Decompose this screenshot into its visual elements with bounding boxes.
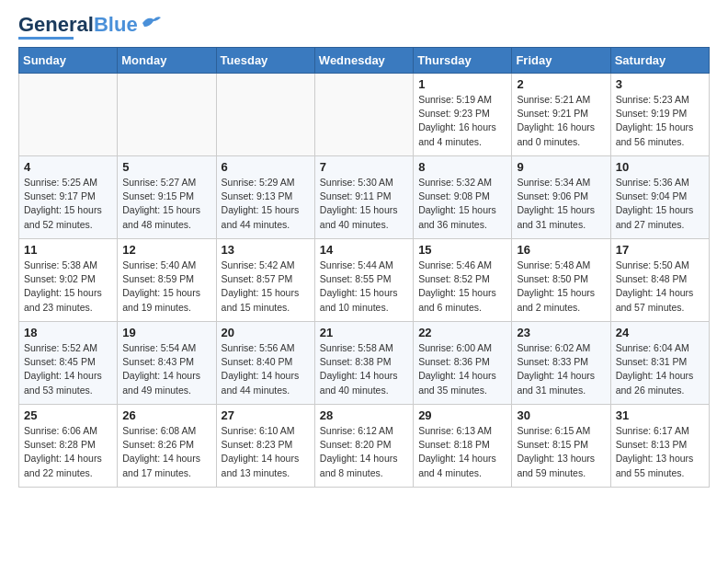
calendar-cell: [118, 74, 216, 156]
day-number: 16: [517, 243, 605, 257]
day-info: Sunrise: 6:17 AM Sunset: 8:13 PM Dayligh…: [616, 424, 704, 480]
day-info: Sunrise: 5:50 AM Sunset: 8:48 PM Dayligh…: [616, 259, 704, 315]
calendar-cell: 12Sunrise: 5:40 AM Sunset: 8:59 PM Dayli…: [118, 239, 216, 322]
weekday-header-monday: Monday: [118, 48, 216, 74]
calendar-cell: 25Sunrise: 6:06 AM Sunset: 8:28 PM Dayli…: [19, 405, 118, 488]
day-number: 19: [122, 326, 210, 339]
calendar-cell: 27Sunrise: 6:10 AM Sunset: 8:23 PM Dayli…: [216, 405, 314, 488]
day-info: Sunrise: 5:27 AM Sunset: 9:15 PM Dayligh…: [122, 176, 210, 232]
day-number: 4: [24, 160, 112, 174]
day-number: 30: [517, 408, 605, 422]
calendar-cell: 14Sunrise: 5:44 AM Sunset: 8:55 PM Dayli…: [314, 239, 413, 322]
calendar-cell: 19Sunrise: 5:54 AM Sunset: 8:43 PM Dayli…: [118, 322, 216, 405]
weekday-header-friday: Friday: [512, 48, 610, 74]
day-info: Sunrise: 6:06 AM Sunset: 8:28 PM Dayligh…: [24, 424, 112, 480]
calendar-cell: [216, 74, 314, 156]
day-info: Sunrise: 5:32 AM Sunset: 9:08 PM Dayligh…: [418, 176, 506, 232]
week-row-5: 25Sunrise: 6:06 AM Sunset: 8:28 PM Dayli…: [19, 405, 710, 488]
week-row-4: 18Sunrise: 5:52 AM Sunset: 8:45 PM Dayli…: [19, 322, 710, 405]
calendar-cell: 20Sunrise: 5:56 AM Sunset: 8:40 PM Dayli…: [216, 322, 314, 405]
day-number: 10: [616, 160, 704, 174]
calendar-cell: 17Sunrise: 5:50 AM Sunset: 8:48 PM Dayli…: [610, 239, 709, 322]
calendar-cell: 6Sunrise: 5:29 AM Sunset: 9:13 PM Daylig…: [216, 156, 314, 239]
day-number: 11: [24, 243, 112, 257]
day-info: Sunrise: 5:46 AM Sunset: 8:52 PM Dayligh…: [418, 259, 506, 315]
day-number: 3: [616, 77, 704, 91]
calendar-cell: 9Sunrise: 5:34 AM Sunset: 9:06 PM Daylig…: [512, 156, 610, 239]
day-info: Sunrise: 5:29 AM Sunset: 9:13 PM Dayligh…: [222, 176, 310, 232]
day-info: Sunrise: 5:19 AM Sunset: 9:23 PM Dayligh…: [418, 93, 506, 149]
day-number: 6: [222, 160, 310, 174]
day-info: Sunrise: 5:23 AM Sunset: 9:19 PM Dayligh…: [616, 93, 704, 149]
day-info: Sunrise: 5:36 AM Sunset: 9:04 PM Dayligh…: [616, 176, 704, 232]
day-info: Sunrise: 6:12 AM Sunset: 8:20 PM Dayligh…: [320, 424, 408, 480]
day-number: 13: [222, 243, 310, 257]
calendar-cell: 2Sunrise: 5:21 AM Sunset: 9:21 PM Daylig…: [512, 74, 610, 156]
week-row-2: 4Sunrise: 5:25 AM Sunset: 9:17 PM Daylig…: [19, 156, 710, 239]
weekday-header-saturday: Saturday: [610, 48, 709, 74]
day-info: Sunrise: 5:30 AM Sunset: 9:11 PM Dayligh…: [320, 176, 408, 232]
day-number: 20: [222, 326, 310, 339]
day-number: 1: [418, 77, 506, 91]
weekday-header-thursday: Thursday: [414, 48, 512, 74]
day-info: Sunrise: 6:00 AM Sunset: 8:36 PM Dayligh…: [418, 341, 506, 397]
day-info: Sunrise: 5:56 AM Sunset: 8:40 PM Dayligh…: [222, 341, 310, 397]
calendar-cell: 3Sunrise: 5:23 AM Sunset: 9:19 PM Daylig…: [610, 74, 709, 156]
day-info: Sunrise: 5:54 AM Sunset: 8:43 PM Dayligh…: [122, 341, 210, 397]
day-number: 31: [616, 408, 704, 422]
day-number: 8: [418, 160, 506, 174]
calendar-cell: 7Sunrise: 5:30 AM Sunset: 9:11 PM Daylig…: [314, 156, 413, 239]
day-number: 18: [24, 326, 112, 339]
calendar-cell: 29Sunrise: 6:13 AM Sunset: 8:18 PM Dayli…: [414, 405, 512, 488]
calendar-table: SundayMondayTuesdayWednesdayThursdayFrid…: [18, 47, 710, 488]
calendar-cell: 22Sunrise: 6:00 AM Sunset: 8:36 PM Dayli…: [414, 322, 512, 405]
day-info: Sunrise: 6:04 AM Sunset: 8:31 PM Dayligh…: [616, 341, 704, 397]
logo-text: GeneralBlue: [18, 15, 138, 35]
day-number: 27: [222, 408, 310, 422]
calendar-cell: 31Sunrise: 6:17 AM Sunset: 8:13 PM Dayli…: [610, 405, 709, 488]
day-info: Sunrise: 6:10 AM Sunset: 8:23 PM Dayligh…: [222, 424, 310, 480]
calendar-cell: 5Sunrise: 5:27 AM Sunset: 9:15 PM Daylig…: [118, 156, 216, 239]
logo-underline: [18, 37, 74, 40]
day-number: 7: [320, 160, 408, 174]
calendar-cell: 10Sunrise: 5:36 AM Sunset: 9:04 PM Dayli…: [610, 156, 709, 239]
day-info: Sunrise: 6:08 AM Sunset: 8:26 PM Dayligh…: [122, 424, 210, 480]
day-number: 15: [418, 243, 506, 257]
calendar-cell: 30Sunrise: 6:15 AM Sunset: 8:15 PM Dayli…: [512, 405, 610, 488]
day-number: 25: [24, 408, 112, 422]
weekday-header-wednesday: Wednesday: [314, 48, 413, 74]
day-info: Sunrise: 6:02 AM Sunset: 8:33 PM Dayligh…: [517, 341, 605, 397]
day-info: Sunrise: 5:38 AM Sunset: 9:02 PM Dayligh…: [24, 259, 112, 315]
calendar-cell: 8Sunrise: 5:32 AM Sunset: 9:08 PM Daylig…: [414, 156, 512, 239]
calendar-cell: 26Sunrise: 6:08 AM Sunset: 8:26 PM Dayli…: [118, 405, 216, 488]
logo: GeneralBlue: [18, 15, 161, 40]
calendar-cell: 1Sunrise: 5:19 AM Sunset: 9:23 PM Daylig…: [414, 74, 512, 156]
calendar-cell: 21Sunrise: 5:58 AM Sunset: 8:38 PM Dayli…: [314, 322, 413, 405]
day-info: Sunrise: 5:40 AM Sunset: 8:59 PM Dayligh…: [122, 259, 210, 315]
logo-bird-icon: [141, 14, 161, 30]
day-info: Sunrise: 5:58 AM Sunset: 8:38 PM Dayligh…: [320, 341, 408, 397]
day-info: Sunrise: 5:44 AM Sunset: 8:55 PM Dayligh…: [320, 259, 408, 315]
day-number: 29: [418, 408, 506, 422]
calendar-cell: 28Sunrise: 6:12 AM Sunset: 8:20 PM Dayli…: [314, 405, 413, 488]
calendar-cell: 15Sunrise: 5:46 AM Sunset: 8:52 PM Dayli…: [414, 239, 512, 322]
day-info: Sunrise: 6:15 AM Sunset: 8:15 PM Dayligh…: [517, 424, 605, 480]
weekday-header-sunday: Sunday: [19, 48, 118, 74]
calendar-cell: 18Sunrise: 5:52 AM Sunset: 8:45 PM Dayli…: [19, 322, 118, 405]
day-number: 14: [320, 243, 408, 257]
weekday-header-row: SundayMondayTuesdayWednesdayThursdayFrid…: [19, 48, 710, 74]
day-number: 2: [517, 77, 605, 91]
weekday-header-tuesday: Tuesday: [216, 48, 314, 74]
calendar-cell: 23Sunrise: 6:02 AM Sunset: 8:33 PM Dayli…: [512, 322, 610, 405]
calendar-cell: 16Sunrise: 5:48 AM Sunset: 8:50 PM Dayli…: [512, 239, 610, 322]
day-number: 26: [122, 408, 210, 422]
day-info: Sunrise: 5:42 AM Sunset: 8:57 PM Dayligh…: [222, 259, 310, 315]
day-number: 23: [517, 326, 605, 339]
calendar-cell: [19, 74, 118, 156]
day-number: 17: [616, 243, 704, 257]
day-number: 5: [122, 160, 210, 174]
calendar-cell: 13Sunrise: 5:42 AM Sunset: 8:57 PM Dayli…: [216, 239, 314, 322]
day-info: Sunrise: 5:21 AM Sunset: 9:21 PM Dayligh…: [517, 93, 605, 149]
calendar-cell: 4Sunrise: 5:25 AM Sunset: 9:17 PM Daylig…: [19, 156, 118, 239]
day-number: 22: [418, 326, 506, 339]
